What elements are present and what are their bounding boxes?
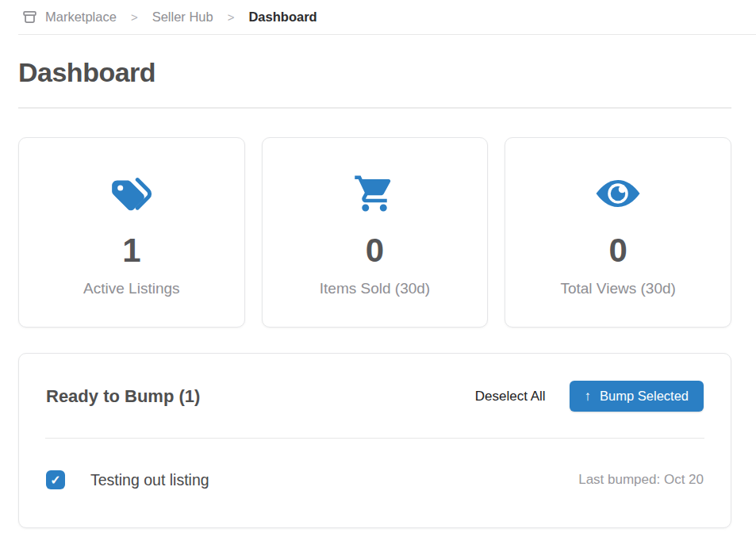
active-listings-label: Active Listings <box>83 280 179 297</box>
breadcrumb-dashboard: Dashboard <box>248 10 317 25</box>
ready-to-bump-card: Ready to Bump (1) Deselect All ↑ Bump Se… <box>18 353 731 528</box>
page-title: Dashboard <box>18 57 731 88</box>
tags-icon <box>109 172 155 215</box>
listing-title: Testing out listing <box>90 471 578 489</box>
bump-selected-button[interactable]: ↑ Bump Selected <box>570 381 704 412</box>
eye-icon <box>594 172 642 215</box>
breadcrumb: Marketplace > Seller Hub > Dashboard <box>0 0 756 34</box>
active-listings-value: 1 <box>122 234 140 267</box>
stat-card-total-views: 0 Total Views (30d) <box>505 137 731 328</box>
breadcrumb-marketplace[interactable]: Marketplace <box>45 10 117 25</box>
stat-card-items-sold: 0 Items Sold (30d) <box>262 137 489 328</box>
cart-icon <box>353 172 396 215</box>
total-views-value: 0 <box>608 234 627 267</box>
main-content: Dashboard 1 Active Listings 0 Items Sold <box>0 57 756 528</box>
breadcrumb-divider <box>18 34 756 35</box>
listing-checkbox[interactable]: ✓ <box>46 470 65 489</box>
stats-row: 1 Active Listings 0 Items Sold (30d) <box>18 137 731 328</box>
listing-row: ✓ Testing out listing Last bumped: Oct 2… <box>19 439 731 527</box>
total-views-label: Total Views (30d) <box>560 280 675 297</box>
chevron-right-icon: > <box>228 10 235 24</box>
last-bumped-text: Last bumped: Oct 20 <box>578 472 704 488</box>
deselect-all-button[interactable]: Deselect All <box>475 389 546 404</box>
items-sold-value: 0 <box>366 234 384 267</box>
items-sold-label: Items Sold (30d) <box>320 280 430 297</box>
bump-selected-label: Bump Selected <box>600 389 689 404</box>
chevron-right-icon: > <box>131 10 138 24</box>
breadcrumb-seller-hub[interactable]: Seller Hub <box>152 10 213 25</box>
check-icon: ✓ <box>50 473 60 488</box>
storefront-icon <box>22 10 37 25</box>
title-divider <box>18 107 731 109</box>
stat-card-active-listings: 1 Active Listings <box>18 137 245 328</box>
arrow-up-icon: ↑ <box>585 389 592 403</box>
ready-to-bump-title: Ready to Bump (1) <box>46 386 475 407</box>
ready-to-bump-header: Ready to Bump (1) Deselect All ↑ Bump Se… <box>19 354 731 438</box>
